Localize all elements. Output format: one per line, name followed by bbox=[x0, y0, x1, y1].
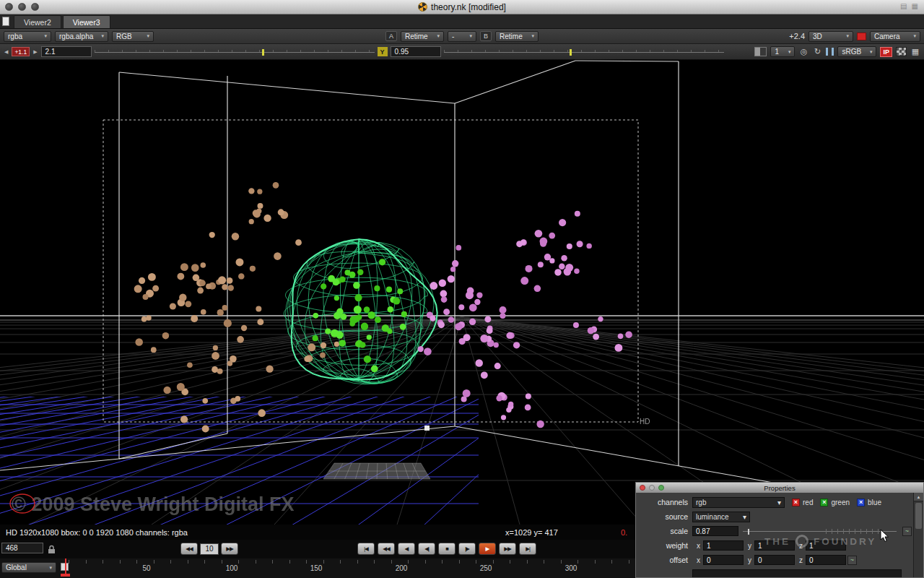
channel-checkbox-blue[interactable]: ×blue bbox=[857, 499, 881, 506]
pane-menu-icon[interactable] bbox=[2, 17, 9, 26]
scale-field[interactable]: 0.87 bbox=[692, 526, 738, 536]
alpha-channel-dropdown[interactable]: rgba.alpha ▾ bbox=[55, 31, 108, 42]
gain-step-down-button[interactable]: ◀ bbox=[4, 49, 9, 55]
channels-dropdown[interactable]: rgb ▾ bbox=[692, 497, 785, 508]
camera-dropdown[interactable]: Camera ▾ bbox=[870, 31, 920, 42]
display-channel-dropdown[interactable]: RGB ▾ bbox=[112, 31, 154, 42]
stop-button[interactable]: ■ bbox=[438, 543, 456, 555]
channel-checkbox-red[interactable]: ×red bbox=[792, 499, 813, 506]
a-retime-dropdown[interactable]: Retime ▾ bbox=[401, 31, 444, 42]
titlebar-grid-icon[interactable]: ▤ bbox=[900, 2, 907, 10]
buffer-dropdown[interactable]: 1 ▾ bbox=[770, 46, 795, 57]
layer-dropdown[interactable]: rgba ▾ bbox=[4, 31, 51, 42]
checkerboard-icon[interactable] bbox=[896, 47, 907, 56]
timeline-frame-label: 250 bbox=[480, 564, 492, 572]
b-retime-dropdown[interactable]: Retime ▾ bbox=[495, 31, 539, 42]
chevron-down-icon: ▾ bbox=[870, 49, 873, 55]
properties-titlebar[interactable]: Properties bbox=[636, 483, 923, 493]
viewer-toolbar-top: rgba ▾ rgba.alpha ▾ RGB ▾ A Retime ▾ - ▾… bbox=[0, 29, 924, 44]
titlebar-grid2-icon[interactable]: ▦ bbox=[912, 2, 918, 10]
zoom-window-button[interactable] bbox=[31, 3, 39, 11]
animation-curve-icon[interactable]: ~ bbox=[847, 556, 857, 565]
close-window-button[interactable] bbox=[5, 3, 13, 11]
weight-x-field[interactable]: 1 bbox=[703, 540, 744, 551]
gamma-slider-handle[interactable] bbox=[570, 49, 572, 56]
monitor-output-icon[interactable] bbox=[754, 47, 767, 56]
offset-x-field[interactable]: 0 bbox=[703, 555, 744, 565]
x-axis-label: x bbox=[697, 556, 700, 564]
cursor-coordinates: x=1029 y= 417 bbox=[505, 528, 558, 537]
refresh-icon[interactable]: ↻ bbox=[812, 46, 822, 57]
dropdown-value: Global bbox=[6, 564, 27, 571]
gamma-slider[interactable] bbox=[444, 48, 724, 56]
play-reverse-fast-button[interactable]: ◀◀ bbox=[378, 543, 395, 555]
blue-checkbox-icon[interactable]: × bbox=[857, 499, 865, 506]
gain-slider[interactable] bbox=[95, 48, 375, 56]
scale-slider[interactable] bbox=[743, 527, 897, 535]
minimize-window-button[interactable] bbox=[18, 3, 26, 11]
wipe-mode-dropdown[interactable]: - ▾ bbox=[448, 31, 476, 42]
gamma-value-field[interactable]: 0.95 bbox=[391, 46, 441, 57]
titlebar[interactable]: theory.nk [modified] ▤ ▦ bbox=[0, 0, 924, 14]
rewind-button[interactable]: ◀◀ bbox=[180, 543, 198, 555]
pause-icon[interactable] bbox=[826, 48, 834, 56]
scroll-up-icon[interactable]: ▲ bbox=[914, 493, 923, 501]
tab-bar: Viewer2 Viewer3 bbox=[0, 14, 924, 29]
scale-slider-handle[interactable] bbox=[748, 529, 749, 535]
red-checkbox-icon[interactable]: × bbox=[792, 499, 800, 506]
timeline-frame-label: 200 bbox=[396, 564, 408, 572]
gain-value-field[interactable]: 2.1 bbox=[41, 46, 92, 57]
wipe-grid-icon[interactable]: ▦ bbox=[910, 46, 920, 57]
color-swatch[interactable] bbox=[857, 33, 866, 40]
input-process-badge[interactable]: IP bbox=[880, 47, 892, 57]
offset-y-field[interactable]: 0 bbox=[754, 555, 795, 565]
weight-y-field[interactable]: 1 bbox=[754, 540, 795, 551]
properties-panel[interactable]: Properties channels rgb ▾ ×red×green×blu… bbox=[635, 482, 924, 578]
scrollbar-thumb[interactable] bbox=[915, 503, 922, 529]
chevron-down-icon: ▾ bbox=[437, 33, 440, 39]
go-to-end-button[interactable]: ▶| bbox=[519, 543, 536, 555]
gamma-slider-track[interactable] bbox=[444, 52, 724, 53]
offset-z-field[interactable]: 0 bbox=[806, 555, 846, 565]
current-frame-field[interactable]: 468 bbox=[1, 543, 43, 553]
properties-scrollbar[interactable]: ▲ bbox=[913, 493, 923, 577]
frame-range-dropdown[interactable]: Global ▾ bbox=[1, 562, 56, 573]
viewport[interactable] bbox=[0, 60, 924, 525]
roi-target-icon[interactable]: ◎ bbox=[798, 46, 808, 57]
zoom-window-button[interactable] bbox=[658, 485, 664, 491]
animation-curve-icon[interactable]: ~ bbox=[902, 527, 912, 536]
timeline-frame-label: 50 bbox=[142, 564, 150, 572]
colorspace-dropdown[interactable]: sRGB ▾ bbox=[837, 46, 876, 57]
step-back-button[interactable]: ◀ bbox=[398, 543, 415, 555]
green-checkbox-icon[interactable]: × bbox=[820, 499, 828, 506]
play-button[interactable]: ▶ bbox=[479, 543, 496, 555]
timeline-playhead-handle[interactable] bbox=[61, 574, 70, 577]
minimize-window-button[interactable] bbox=[649, 485, 655, 491]
gain-slider-handle[interactable] bbox=[262, 49, 264, 56]
fps-readout: 0. bbox=[621, 528, 627, 537]
play-reverse-button[interactable]: ◀| bbox=[418, 543, 435, 555]
dropdown-value: rgb bbox=[696, 499, 706, 506]
frame-lock-icon[interactable] bbox=[48, 544, 56, 557]
step-forward-button[interactable]: |▶ bbox=[458, 543, 476, 555]
fps-field[interactable]: 10 bbox=[200, 543, 219, 555]
tab-viewer3[interactable]: Viewer3 bbox=[63, 15, 110, 28]
gain-step-up-button[interactable]: ▶ bbox=[32, 49, 38, 55]
gamma-badge[interactable]: Y bbox=[378, 47, 388, 56]
play-forward-fast-button[interactable]: ▶▶ bbox=[499, 543, 516, 555]
clipped-field[interactable] bbox=[692, 569, 902, 578]
blue-checkbox-label: blue bbox=[868, 499, 881, 506]
view-mode-dropdown[interactable]: 3D ▾ bbox=[808, 31, 853, 42]
source-dropdown[interactable]: luminance ▾ bbox=[692, 512, 750, 522]
close-window-button[interactable] bbox=[640, 485, 645, 491]
fast-forward-button[interactable]: ▶▶ bbox=[221, 543, 238, 555]
go-to-start-button[interactable]: |◀ bbox=[357, 543, 375, 555]
viewport-canvas[interactable] bbox=[0, 60, 924, 525]
gain-fstop-badge[interactable]: +1.1 bbox=[12, 47, 30, 56]
viewer-toolbar-gain: ◀ +1.1 ▶ 2.1 Y 0.95 1 ▾ ◎ ↻ sRGB bbox=[0, 44, 924, 60]
gain-slider-track[interactable] bbox=[95, 52, 375, 53]
channel-checkbox-green[interactable]: ×green bbox=[820, 499, 850, 506]
tab-viewer2[interactable]: Viewer2 bbox=[14, 15, 61, 28]
weight-z-field[interactable]: 1 bbox=[806, 540, 846, 551]
window-title-group: theory.nk [modified] bbox=[0, 2, 924, 12]
